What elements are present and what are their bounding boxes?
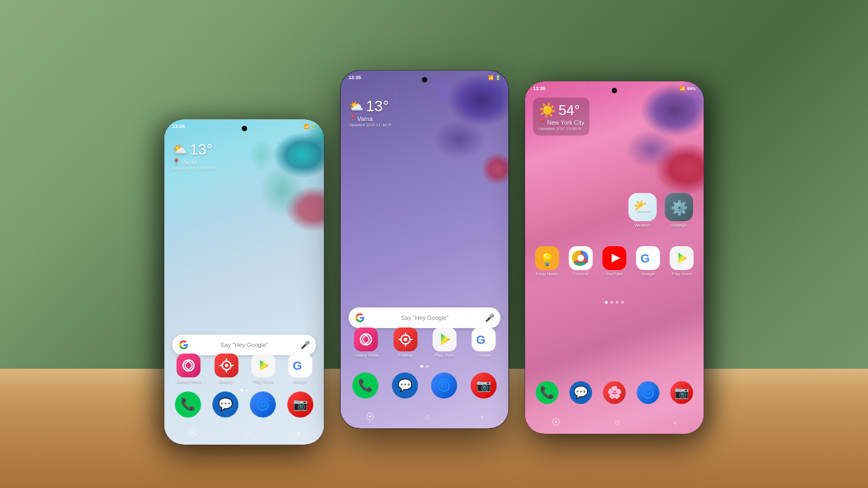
dock-samsung-right[interactable]: 🌀 bbox=[637, 381, 660, 404]
youtube-svg bbox=[603, 246, 627, 270]
dock-phone-center[interactable]: 📞 bbox=[353, 373, 379, 399]
dock-phone-right[interactable]: 📞 bbox=[536, 381, 559, 404]
svg-point-17 bbox=[404, 338, 407, 341]
phone-center-temp: ⛅ 13° bbox=[349, 98, 392, 115]
app-play-store-right[interactable]: Play Store bbox=[670, 246, 694, 277]
recent-btn-right[interactable]: ⦿ bbox=[552, 418, 560, 427]
phone-left-location: 📍 Varna bbox=[173, 158, 216, 165]
dock-camera-center[interactable]: 📷 bbox=[470, 373, 496, 399]
phone-right-camera bbox=[612, 88, 617, 93]
app-galaxy-store-center[interactable]: Galaxy Store bbox=[353, 328, 378, 358]
play-store-icon-center bbox=[433, 328, 457, 351]
phone-center-status-icons: 📶 🔋 bbox=[488, 75, 501, 80]
back-btn-right[interactable]: ‹ bbox=[674, 418, 676, 427]
google-icon-right: G bbox=[636, 246, 660, 270]
svg-text:⚙️: ⚙️ bbox=[671, 199, 688, 216]
app-keepnotes-right[interactable]: 💡 Keep Notes bbox=[535, 246, 559, 277]
app-gallery-left[interactable]: Gallery bbox=[214, 354, 238, 384]
app-weather-right[interactable]: ⛅ Weather bbox=[629, 193, 657, 228]
app-google-left[interactable]: G Google bbox=[288, 354, 312, 384]
galaxy-store-svg bbox=[177, 354, 201, 377]
google-label-center: Google bbox=[477, 353, 491, 358]
play-store-svg-right bbox=[670, 246, 694, 270]
chrome-icon-right bbox=[569, 246, 593, 270]
dock-messages-center[interactable]: 💬 bbox=[392, 373, 418, 399]
recent-btn-left[interactable]: ⦿ bbox=[188, 428, 197, 438]
phone-left-updated: Updated 3/10 11:09 ⟳ bbox=[173, 166, 216, 171]
google-logo-center bbox=[355, 313, 365, 323]
app-google-center[interactable]: G Google bbox=[472, 328, 496, 358]
dock-messages-right[interactable]: 💬 bbox=[570, 381, 592, 404]
recent-btn-center[interactable]: ⦿ bbox=[366, 412, 374, 422]
svg-rect-0 bbox=[177, 354, 201, 377]
app-youtube-right[interactable]: YouTube bbox=[603, 246, 627, 277]
app-gallery-center[interactable]: Gallery bbox=[394, 328, 418, 358]
home-btn-center[interactable]: ○ bbox=[425, 412, 430, 422]
app-google-right[interactable]: G Google bbox=[636, 246, 660, 277]
dock-samsung-left[interactable]: 🌀 bbox=[250, 391, 276, 418]
google-svg-left: G bbox=[288, 354, 312, 377]
flowers-left bbox=[220, 119, 324, 298]
phone-right-navbar: ⦿ ○ ‹ bbox=[525, 418, 704, 427]
phone-right-dock: 📞 💬 🌸 🌀 📷 bbox=[525, 381, 704, 404]
dock-gallery-right[interactable]: 🌸 bbox=[603, 381, 626, 404]
home-btn-right[interactable]: ○ bbox=[615, 418, 620, 427]
app-chrome-right[interactable]: Chrome bbox=[569, 246, 593, 277]
home-btn-left[interactable]: ○ bbox=[245, 428, 250, 438]
phone-center-weather: ⛅ 13° 📍 Varna Updated 3/10 11:34 ⟳ bbox=[349, 98, 392, 127]
phone-left-search[interactable]: Say "Hey Google" 🎤 bbox=[173, 335, 316, 355]
dock-camera-right[interactable]: 📷 bbox=[671, 381, 693, 404]
phone-center-location: 📍 Varna bbox=[349, 115, 392, 122]
phone-right-bg: 13:35 📶 89% ☀️ 54° 📍 New York City bbox=[525, 81, 704, 434]
app-play-store-center[interactable]: Play Store bbox=[433, 328, 457, 358]
dock-samsung-center[interactable]: 🌀 bbox=[431, 373, 457, 399]
app-play-store-left[interactable]: Play Store bbox=[251, 354, 275, 384]
phone-right-time: 13:35 bbox=[533, 86, 546, 91]
app-galaxy-store-left[interactable]: Galaxy Store bbox=[176, 354, 201, 384]
keepnotes-icon-right: 💡 bbox=[535, 246, 559, 270]
play-store-icon-right bbox=[670, 246, 694, 270]
phone-left-navbar: ⦿ ○ ‹ bbox=[164, 428, 324, 438]
phone-left-bg: 13:35 📶 🔋 ⛅ 13° 📍 Varna bbox=[164, 119, 324, 445]
rdot-2 bbox=[610, 301, 613, 304]
dock-messages-left[interactable]: 💬 bbox=[213, 391, 239, 418]
back-btn-left[interactable]: ‹ bbox=[297, 428, 300, 438]
phone-center-updated: Updated 3/10 11:34 ⟳ bbox=[349, 123, 392, 127]
rdot-1 bbox=[605, 301, 608, 304]
phone-center-search[interactable]: Say "Hey Google" 🎤 bbox=[349, 307, 501, 328]
phone-left: 13:35 📶 🔋 ⛅ 13° 📍 Varna bbox=[164, 119, 324, 445]
back-btn-center[interactable]: ‹ bbox=[481, 412, 483, 422]
dock-camera-left[interactable]: 📷 bbox=[287, 391, 313, 418]
galaxy-store-icon-center bbox=[354, 328, 378, 351]
settings-svg-right: ⚙️ bbox=[665, 193, 693, 221]
phone-right-updated: Updated 2/10 13:00 ⟳ bbox=[539, 126, 584, 131]
gallery-svg-center bbox=[394, 328, 418, 351]
rdot-4 bbox=[621, 301, 624, 304]
app-settings-right[interactable]: ⚙️ Settings bbox=[665, 193, 693, 228]
phone-right-screen: 13:35 📶 89% ☀️ 54° 📍 New York City bbox=[525, 81, 704, 434]
phone-center-camera bbox=[422, 77, 427, 82]
play-store-label-right: Play Store bbox=[672, 272, 692, 277]
phone-right-status-icons: 📶 89% bbox=[680, 86, 695, 91]
google-label-right: Google bbox=[641, 272, 655, 277]
svg-text:G: G bbox=[641, 252, 650, 265]
gallery-icon-center bbox=[394, 328, 418, 351]
phone-left-weather: ⛅ 13° 📍 Varna Updated 3/10 11:09 ⟳ bbox=[173, 141, 216, 171]
weather-icon-right: ⛅ bbox=[629, 193, 657, 221]
phone-right-top-apps: ⛅ Weather ⚙️ Setting bbox=[525, 193, 704, 228]
phone-left-dock: 📞 💬 🌀 📷 bbox=[164, 391, 324, 418]
phone-center-search-text: Say "Hey Google" bbox=[369, 314, 481, 321]
phone-right: 13:35 📶 89% ☀️ 54° 📍 New York City bbox=[525, 81, 704, 434]
phone-left-status-icons: 📶 🔋 bbox=[304, 124, 316, 129]
svg-text:💡: 💡 bbox=[540, 252, 555, 267]
google-svg-right: G bbox=[636, 246, 660, 270]
cloud-icon-center: ⛅ bbox=[349, 99, 363, 113]
galaxy-store-label-center: Galaxy Store bbox=[353, 353, 378, 358]
phone-left-search-text: Say "Hey Google" bbox=[193, 342, 296, 348]
dock-phone-left[interactable]: 📞 bbox=[175, 391, 201, 418]
phone-center-screen: 13:35 📶 🔋 ⛅ 13° 📍 Varna bbox=[341, 70, 509, 428]
settings-icon-right: ⚙️ bbox=[665, 193, 693, 221]
phone-left-time: 13:35 bbox=[173, 124, 185, 129]
phone-center-apps: Galaxy Store bbox=[341, 328, 509, 358]
gallery-label-left: Gallery bbox=[219, 379, 233, 384]
